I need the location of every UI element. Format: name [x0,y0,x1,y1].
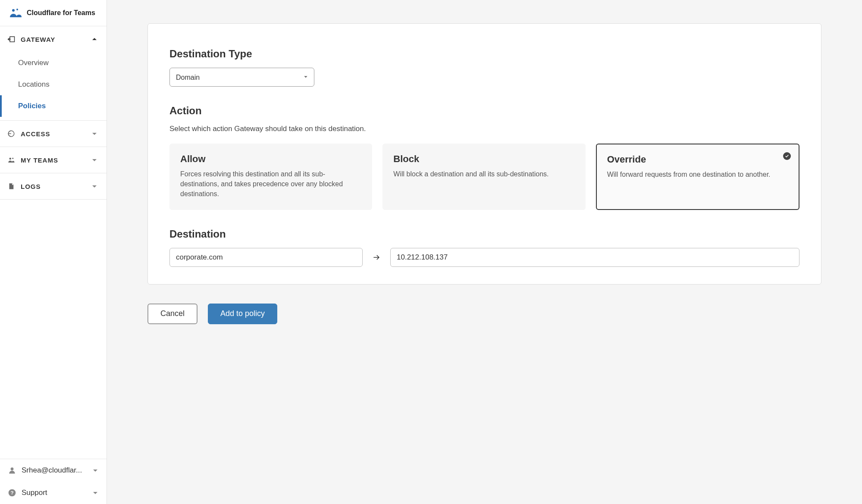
brand: Cloudflare for Teams [0,0,107,26]
footer-support[interactable]: ? Support [0,482,107,504]
footer-account[interactable]: Srhea@cloudflar... [0,459,107,482]
destination-to-input[interactable] [390,248,799,267]
nav-section-access: ACCESS [0,121,107,147]
sidebar: Cloudflare for Teams GATEWAY Overview Lo… [0,0,107,504]
svg-text:?: ? [10,490,13,495]
sidebar-footer: Srhea@cloudflar... ? Support [0,459,107,504]
destination-type-select[interactable]: Domain [169,68,314,87]
action-card-override[interactable]: Override Will forward requests from one … [596,144,799,210]
svg-point-1 [16,9,18,10]
cancel-button[interactable]: Cancel [147,304,197,324]
nav-header-access[interactable]: ACCESS [0,121,107,147]
destination-from-input[interactable] [169,248,363,267]
action-desc-override: Will forward requests from one destinati… [607,169,788,179]
chevron-up-icon [91,36,98,43]
action-card-block[interactable]: Block Will block a destination and all i… [382,144,585,210]
checkmark-icon [783,152,791,160]
access-icon [7,129,16,138]
user-icon [8,466,16,475]
arrow-right-icon [372,253,381,262]
action-card-allow[interactable]: Allow Forces resolving this destination … [169,144,372,210]
action-title-block: Block [393,153,574,165]
nav-header-logs[interactable]: LOGS [0,173,107,199]
nav-header-myteams[interactable]: MY TEAMS [0,147,107,173]
action-desc-block: Will block a destination and all its sub… [393,169,574,179]
svg-point-5 [12,158,13,159]
destination-heading: Destination [169,228,799,240]
gateway-icon [7,35,16,44]
teams-icon [7,156,16,164]
destination-row [169,248,799,267]
sidebar-item-locations[interactable]: Locations [0,74,107,95]
nav-section-logs: LOGS [0,173,107,200]
cloudflare-teams-icon [9,8,22,18]
destination-type-select-wrap: Domain [169,68,314,87]
action-title-allow: Allow [180,153,361,165]
action-section: Action Select which action Gateway shoul… [169,105,799,210]
policy-form-card: Destination Type Domain Action Select wh… [147,23,821,285]
svg-point-4 [9,158,12,160]
nav-header-gateway[interactable]: GATEWAY [0,26,107,52]
nav-section-gateway: GATEWAY Overview Locations Policies [0,26,107,121]
svg-rect-2 [10,37,15,42]
action-desc-allow: Forces resolving this destination and al… [180,169,361,199]
sidebar-item-overview[interactable]: Overview [0,52,107,74]
action-heading: Action [169,105,799,117]
nav-title-logs: LOGS [21,183,41,190]
brand-name: Cloudflare for Teams [27,9,95,17]
destination-type-heading: Destination Type [169,48,799,60]
svg-point-0 [12,9,15,12]
nav-title-myteams: MY TEAMS [21,157,58,164]
chevron-down-icon [92,467,99,474]
button-row: Cancel Add to policy [147,304,821,324]
destination-type-section: Destination Type Domain [169,48,799,87]
nav-title-access: ACCESS [21,130,50,138]
svg-point-6 [11,467,14,470]
help-icon: ? [8,488,16,497]
footer-support-label: Support [22,488,47,497]
main-content: Destination Type Domain Action Select wh… [107,0,862,504]
chevron-down-icon [91,130,98,137]
sidebar-item-policies[interactable]: Policies [0,95,107,117]
add-to-policy-button[interactable]: Add to policy [208,304,277,324]
nav-title-gateway: GATEWAY [21,36,55,43]
chevron-down-icon [92,489,99,496]
action-title-override: Override [607,154,788,165]
nav-items-gateway: Overview Locations Policies [0,52,107,120]
action-description: Select which action Gateway should take … [169,125,799,133]
chevron-down-icon [91,183,98,190]
nav-section-myteams: MY TEAMS [0,147,107,173]
nav: GATEWAY Overview Locations Policies ACCE… [0,26,107,459]
chevron-down-icon [91,157,98,163]
footer-email: Srhea@cloudflar... [22,466,82,475]
destination-section: Destination [169,228,799,267]
logs-icon [7,182,16,191]
action-cards: Allow Forces resolving this destination … [169,144,799,210]
